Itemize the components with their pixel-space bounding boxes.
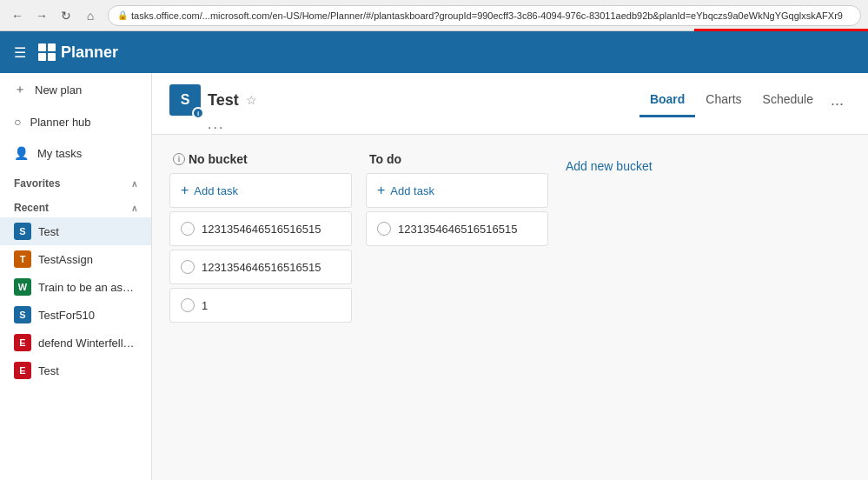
board-area: i No bucket + Add task 12313546465165165… xyxy=(152,135,868,480)
add-new-bucket-button[interactable]: Add new bucket xyxy=(562,152,701,180)
item-badge-e2: E xyxy=(14,362,31,379)
main-area: ＋ New plan ○ Planner hub 👤 My tasks Favo… xyxy=(0,73,868,480)
planner-hub-label: Planner hub xyxy=(30,116,90,129)
item-label: Train to be an assasin xyxy=(38,281,137,294)
sidebar: ＋ New plan ○ Planner hub 👤 My tasks Favo… xyxy=(0,73,152,480)
bucket-header-todo: To do xyxy=(366,152,548,166)
item-label: defend Winterfell fron t... xyxy=(38,337,137,350)
loading-bar xyxy=(694,29,868,31)
plan-title-row: S i Test ☆ Board Charts Schedule ... xyxy=(169,73,851,117)
app-name: Planner xyxy=(61,43,118,62)
forward-button[interactable]: → xyxy=(31,5,52,26)
plus-icon: ＋ xyxy=(14,82,26,97)
task-label: 1 xyxy=(202,299,208,312)
lock-icon: 🔒 xyxy=(117,10,128,20)
item-badge-t: T xyxy=(14,250,31,268)
sidebar-item-testfor510[interactable]: S TestFor510 xyxy=(0,301,151,329)
more-tabs-button[interactable]: ... xyxy=(824,84,851,117)
bucket-no-bucket: i No bucket + Add task 12313546465165165… xyxy=(169,152,352,326)
table-row[interactable]: 1231354646516516515 xyxy=(169,250,352,284)
task-label: 1231354646516516515 xyxy=(202,261,321,274)
recent-section: Recent ∧ xyxy=(0,193,151,217)
url-text: tasks.office.com/...microsoft.com/en-US/… xyxy=(131,10,843,21)
recent-chevron-icon[interactable]: ∧ xyxy=(131,203,137,213)
recent-label: Recent xyxy=(14,202,49,214)
sidebar-item-testassign[interactable]: T TestAssign xyxy=(0,245,151,273)
item-badge-s2: S xyxy=(14,306,31,323)
item-label: Test xyxy=(38,364,59,377)
app-logo: Planner xyxy=(38,43,118,62)
item-badge-e: E xyxy=(14,334,31,351)
refresh-button[interactable]: ↻ xyxy=(56,5,76,26)
bucket-header-no-bucket: i No bucket xyxy=(169,152,352,166)
content-panel: S i Test ☆ Board Charts Schedule ... ... xyxy=(152,73,868,480)
hamburger-button[interactable]: ☰ xyxy=(10,41,30,64)
item-badge-s: S xyxy=(14,223,31,240)
task-label: 1231354646516516515 xyxy=(398,223,517,236)
star-icon[interactable]: ☆ xyxy=(246,93,257,107)
bucket-todo: To do + Add task 1231354646516516515 xyxy=(366,152,548,250)
sidebar-item-defend[interactable]: E defend Winterfell fron t... xyxy=(0,329,151,357)
app-container: ☰ Planner ＋ New plan ○ Planner hub 👤 xyxy=(0,31,868,480)
item-label: Test xyxy=(38,225,59,238)
task-label: 1231354646516516515 xyxy=(202,223,321,236)
plan-name: Test xyxy=(208,91,239,110)
add-task-label: Add task xyxy=(390,184,434,197)
address-bar[interactable]: 🔒 tasks.office.com/...microsoft.com/en-U… xyxy=(108,5,861,26)
plan-header: S i Test ☆ Board Charts Schedule ... ... xyxy=(152,73,868,135)
sidebar-item-test2[interactable]: E Test xyxy=(0,357,151,384)
item-badge-w: W xyxy=(14,278,31,296)
browser-nav-buttons: ← → ↻ ⌂ xyxy=(7,5,101,26)
bucket-title-todo: To do xyxy=(369,152,401,166)
my-tasks-label: My tasks xyxy=(37,147,82,160)
new-plan-button[interactable]: ＋ New plan xyxy=(0,73,151,106)
home-button[interactable]: ⌂ xyxy=(80,5,101,26)
avatar-letter: S xyxy=(181,92,190,108)
top-bar: ☰ Planner xyxy=(0,31,868,73)
plus-icon: + xyxy=(377,183,385,198)
add-task-button-todo[interactable]: + Add task xyxy=(366,173,548,208)
back-button[interactable]: ← xyxy=(7,5,28,26)
add-task-label: Add task xyxy=(194,184,238,197)
task-checkbox[interactable] xyxy=(181,222,195,236)
more-options-icon[interactable]: ... xyxy=(208,117,224,132)
tab-board[interactable]: Board xyxy=(639,83,695,117)
table-row[interactable]: 1 xyxy=(169,288,352,323)
table-row[interactable]: 1231354646516516515 xyxy=(366,211,548,246)
planner-hub-button[interactable]: ○ Planner hub xyxy=(0,106,151,137)
item-label: TestAssign xyxy=(38,253,93,266)
add-task-button-no-bucket[interactable]: + Add task xyxy=(169,173,352,208)
bucket-info-icon[interactable]: i xyxy=(173,153,185,165)
my-tasks-button[interactable]: 👤 My tasks xyxy=(0,137,151,169)
plan-title-extra: ... xyxy=(169,117,851,134)
plus-icon: + xyxy=(181,183,189,198)
bucket-title-no-bucket: No bucket xyxy=(189,152,248,166)
sidebar-item-test[interactable]: S Test xyxy=(0,217,151,245)
sidebar-item-train[interactable]: W Train to be an assasin xyxy=(0,273,151,301)
person-icon: 👤 xyxy=(14,146,29,160)
task-checkbox[interactable] xyxy=(181,260,195,274)
tab-charts[interactable]: Charts xyxy=(695,83,752,117)
task-checkbox[interactable] xyxy=(181,298,195,312)
new-plan-label: New plan xyxy=(35,83,82,97)
plan-avatar: S i xyxy=(169,84,201,116)
tab-schedule[interactable]: Schedule xyxy=(752,83,824,117)
table-row[interactable]: 1231354646516516515 xyxy=(169,211,352,246)
favorites-label: Favorites xyxy=(14,177,60,190)
task-checkbox[interactable] xyxy=(377,222,391,236)
nav-tabs: Board Charts Schedule ... xyxy=(639,83,851,117)
favorites-section: Favorites ∧ xyxy=(0,169,151,193)
info-badge: i xyxy=(192,107,204,119)
browser-chrome: ← → ↻ ⌂ 🔒 tasks.office.com/...microsoft.… xyxy=(0,0,868,31)
hub-icon: ○ xyxy=(14,115,21,129)
item-label: TestFor510 xyxy=(38,309,95,322)
favorites-chevron-icon[interactable]: ∧ xyxy=(131,179,137,189)
planner-logo-icon xyxy=(38,43,56,61)
